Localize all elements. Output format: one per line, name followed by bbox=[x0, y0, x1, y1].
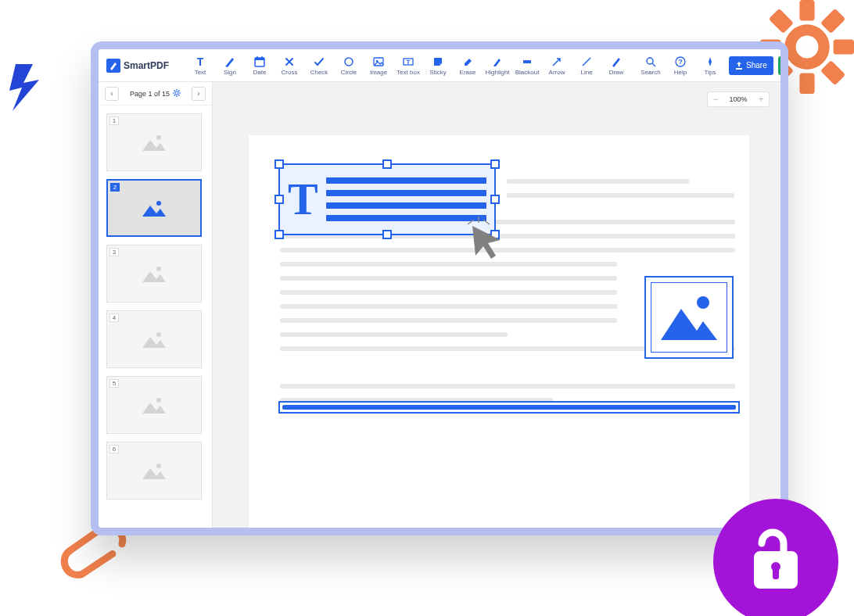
svg-point-18 bbox=[345, 58, 353, 66]
tool-label: Check bbox=[310, 69, 328, 76]
resize-handle-bm[interactable] bbox=[382, 230, 392, 239]
download-button[interactable]: Download pdf bbox=[778, 56, 788, 75]
decoration-bolt bbox=[9, 64, 45, 111]
svg-line-24 bbox=[583, 58, 590, 66]
tool-check[interactable]: Check bbox=[305, 52, 333, 79]
tool-label: Text box bbox=[396, 69, 420, 76]
tool-label: Cross bbox=[282, 69, 298, 76]
resize-handle-tl[interactable] bbox=[274, 159, 284, 169]
zoom-value: 100% bbox=[729, 95, 747, 103]
sidebar: ‹ Page 1 of 15 › 123456 bbox=[99, 82, 213, 528]
tool-circle[interactable]: Circle bbox=[335, 52, 363, 79]
document-page[interactable]: T bbox=[249, 135, 749, 535]
thumbnail-6[interactable]: 6 bbox=[106, 442, 202, 500]
tool-textbox[interactable]: TText box bbox=[394, 52, 422, 79]
tool-label: Text bbox=[195, 69, 206, 76]
utility-help[interactable]: ?Help bbox=[666, 52, 694, 79]
tool-highlight[interactable]: Highlight bbox=[483, 52, 511, 79]
check-icon bbox=[314, 56, 325, 68]
tips-icon bbox=[705, 56, 716, 68]
download-icon bbox=[784, 62, 788, 70]
brand: SmartPDF bbox=[106, 59, 169, 73]
tool-label: Draw bbox=[609, 69, 624, 76]
selected-textbox[interactable]: T bbox=[278, 163, 496, 235]
thumb-page-number: 1 bbox=[109, 116, 119, 125]
resize-handle-ml[interactable] bbox=[274, 195, 284, 204]
zoom-out-button[interactable]: − bbox=[709, 94, 722, 105]
sidebar-header: ‹ Page 1 of 15 › bbox=[99, 82, 212, 106]
text-icon: T bbox=[288, 179, 318, 220]
tool-blackout[interactable]: Blackout bbox=[513, 52, 541, 79]
tool-label: Arrow bbox=[549, 69, 565, 76]
svg-line-35 bbox=[178, 95, 180, 96]
tool-erase[interactable]: Erase bbox=[454, 52, 482, 79]
zoom-in-button[interactable]: + bbox=[755, 94, 767, 105]
svg-rect-1 bbox=[799, 0, 814, 20]
svg-rect-15 bbox=[255, 58, 264, 60]
svg-point-47 bbox=[697, 296, 709, 309]
tool-draw[interactable]: Draw bbox=[602, 52, 630, 79]
resize-handle-tr[interactable] bbox=[490, 159, 500, 169]
prev-page-button[interactable]: ‹ bbox=[105, 87, 119, 101]
tool-arrow[interactable]: Arrow bbox=[543, 52, 571, 79]
utilities-row: Search?HelpTips bbox=[637, 52, 724, 79]
thumbnails: 123456 bbox=[99, 106, 212, 528]
sign-icon bbox=[224, 56, 235, 68]
svg-text:T: T bbox=[407, 59, 411, 66]
share-button[interactable]: Share bbox=[729, 56, 773, 75]
help-icon: ? bbox=[675, 56, 686, 68]
svg-line-34 bbox=[174, 90, 176, 91]
resize-handle-bl[interactable] bbox=[274, 230, 284, 239]
utility-tips[interactable]: Tips bbox=[696, 52, 724, 79]
tool-sign[interactable]: Sign bbox=[216, 52, 244, 79]
resize-handle-mr[interactable] bbox=[490, 195, 500, 204]
thumbnail-4[interactable]: 4 bbox=[106, 310, 202, 368]
tool-image[interactable]: Image bbox=[364, 52, 393, 79]
thumbnail-5[interactable]: 5 bbox=[106, 376, 202, 434]
tool-label: Line bbox=[580, 69, 592, 76]
share-icon bbox=[735, 62, 743, 70]
tool-label: Help bbox=[674, 69, 687, 76]
thumb-page-number: 3 bbox=[109, 248, 119, 256]
image-frame[interactable] bbox=[644, 276, 734, 359]
tool-label: Erase bbox=[460, 69, 476, 76]
erase-icon bbox=[462, 56, 473, 68]
next-page-button[interactable]: › bbox=[192, 87, 206, 101]
highlight-bar[interactable] bbox=[278, 401, 740, 414]
cursor-indicator bbox=[468, 217, 515, 267]
svg-point-43 bbox=[156, 464, 161, 468]
svg-line-46 bbox=[483, 220, 490, 224]
tool-label: Blackout bbox=[515, 69, 540, 76]
unlock-badge bbox=[713, 499, 838, 616]
tool-label: Sticky bbox=[429, 69, 446, 76]
textbox-lines bbox=[326, 177, 486, 221]
utility-search[interactable]: Search bbox=[637, 52, 665, 79]
svg-line-44 bbox=[468, 220, 474, 224]
search-icon bbox=[645, 56, 656, 68]
arrow-icon bbox=[551, 56, 562, 68]
svg-point-38 bbox=[156, 135, 161, 140]
canvas-area: − 100% + T bbox=[213, 82, 780, 528]
tool-cross[interactable]: Cross bbox=[275, 52, 303, 79]
thumbnail-1[interactable]: 1 bbox=[106, 113, 202, 171]
tool-sticky[interactable]: Sticky bbox=[424, 52, 452, 79]
settings-icon[interactable] bbox=[173, 89, 181, 98]
svg-rect-8 bbox=[820, 60, 845, 85]
tool-text[interactable]: TText bbox=[186, 52, 214, 79]
thumb-page-number: 4 bbox=[109, 313, 119, 322]
thumbnail-3[interactable]: 3 bbox=[106, 245, 202, 303]
svg-point-9 bbox=[796, 36, 819, 59]
text-icon: T bbox=[195, 56, 206, 68]
tool-line[interactable]: Line bbox=[572, 52, 601, 79]
svg-point-29 bbox=[175, 91, 178, 95]
brand-name: SmartPDF bbox=[124, 60, 169, 71]
image-icon bbox=[373, 56, 384, 68]
tool-date[interactable]: Date bbox=[246, 52, 274, 79]
svg-line-26 bbox=[652, 63, 655, 66]
resize-handle-tm[interactable] bbox=[382, 159, 392, 169]
textbox-icon: T bbox=[403, 56, 414, 68]
svg-point-41 bbox=[156, 332, 161, 337]
page-info: Page 1 of 15 bbox=[130, 89, 181, 98]
line-icon bbox=[581, 56, 592, 68]
thumbnail-2[interactable]: 2 bbox=[106, 179, 202, 237]
